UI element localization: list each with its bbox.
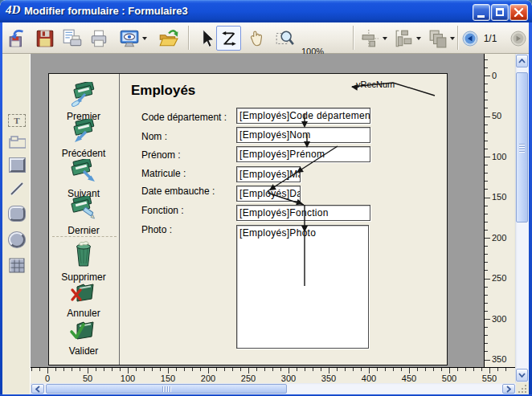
distribute-dropdown-icon[interactable] [416, 37, 421, 40]
horizontal-scrollbar[interactable] [31, 383, 516, 394]
form-button-precedent[interactable]: Précédent [49, 119, 118, 159]
entry-order-icon [219, 29, 239, 48]
line-tool-icon [8, 181, 26, 197]
open-form-icon [158, 28, 178, 49]
horizontal-scrollbar-thumb[interactable] [46, 384, 287, 394]
book-previous-icon [68, 119, 100, 145]
field-matricule[interactable]: [Employés]Matricule [236, 166, 301, 182]
oval-tool-icon [9, 232, 25, 247]
test-form-dropdown-icon[interactable] [142, 37, 147, 40]
field-label[interactable]: Matricule : [141, 168, 186, 179]
app-logo-4d-icon: 4D [6, 3, 22, 19]
field-photo[interactable]: [Employés]Photo [236, 225, 369, 349]
select-tool-button[interactable] [195, 26, 216, 51]
form-separator-line[interactable] [119, 74, 120, 365]
align-dropdown-icon[interactable] [383, 37, 387, 40]
resize-grip[interactable] [516, 383, 529, 394]
maximize-button[interactable] [491, 4, 509, 21]
next-page-icon [510, 31, 526, 47]
form-button-annuler[interactable]: Annuler [49, 279, 118, 319]
toolbar-separator [353, 26, 354, 50]
previous-page-button[interactable] [461, 26, 479, 51]
ruler-label: 350 [492, 354, 506, 364]
field-label[interactable]: Nom : [141, 131, 167, 142]
titlebar[interactable]: 4D Modifier formulaire : Formulaire3 [0, 0, 532, 22]
ruler-label: 450 [401, 374, 417, 383]
duplicate-icon [428, 29, 448, 48]
ruler-label: 300 [492, 314, 506, 324]
page-indicator: 1/1 [481, 26, 500, 51]
tool-oval[interactable] [8, 231, 26, 248]
distribute-icon [395, 29, 414, 48]
save-button[interactable] [33, 26, 57, 51]
align-button[interactable] [358, 26, 389, 51]
field-fonction[interactable]: [Employés]Fonction [236, 205, 370, 221]
vertical-scrollbar-thumb[interactable] [516, 72, 528, 222]
ruler-label: 150 [160, 374, 176, 383]
scroll-up-icon [518, 59, 526, 63]
ruler-label: 300 [280, 374, 297, 383]
next-page-button[interactable] [509, 26, 527, 51]
close-button[interactable] [509, 4, 528, 21]
form-button-dernier[interactable]: Dernier [49, 196, 118, 236]
minimize-icon [477, 15, 485, 18]
print-preview-button[interactable] [59, 26, 86, 51]
save-icon [35, 28, 55, 49]
save-revert-button[interactable] [6, 26, 30, 51]
nav-button-label: Dernier [49, 225, 118, 236]
ruler-label: 0 [39, 374, 55, 383]
scroll-left-button[interactable] [31, 384, 44, 394]
hand-tool-button[interactable] [244, 26, 268, 51]
field-label[interactable]: Date embauche : [141, 186, 215, 197]
form-button-supprimer[interactable]: Supprimer [49, 239, 118, 283]
field-code-departement[interactable]: [Employés]Code département [236, 108, 370, 124]
field-label[interactable]: Fonction : [141, 205, 184, 216]
folder-cancel-icon [68, 279, 100, 304]
field-label[interactable]: Code département : [141, 112, 227, 123]
field-label[interactable]: Photo : [141, 224, 172, 235]
duplicate-button[interactable] [426, 26, 456, 51]
field-label[interactable]: Prénom : [141, 149, 181, 161]
tool-group-box[interactable] [8, 135, 26, 149]
form-button-premier[interactable]: Premier [49, 82, 118, 122]
scroll-right-button[interactable] [502, 384, 515, 394]
ruler-label: 200 [200, 374, 216, 383]
tool-text[interactable]: T [8, 113, 26, 128]
form-button-valider[interactable]: Valider [49, 316, 118, 357]
open-form-button[interactable] [155, 26, 181, 51]
ruler-label: 200 [492, 233, 506, 243]
toolbar-separator [188, 26, 190, 50]
scroll-down-button[interactable] [516, 369, 528, 382]
entry-order-tool-button[interactable] [216, 26, 241, 51]
form-title-object[interactable]: Employés [131, 83, 195, 99]
vertical-scrollbar[interactable] [515, 54, 529, 382]
tool-rectangle[interactable] [8, 157, 26, 173]
toolbar-gap [269, 26, 271, 50]
form-page[interactable]: Premier Précédent [48, 73, 448, 365]
ruler-label: 550 [481, 374, 497, 383]
hand-icon [247, 29, 266, 48]
save-revert-icon [7, 28, 28, 49]
ruler-label: 250 [240, 374, 256, 383]
test-form-button[interactable] [115, 26, 150, 51]
ruler-label: 50 [492, 111, 501, 120]
field-prenom[interactable]: [Employés]Prénom [236, 146, 370, 162]
minimize-button[interactable] [473, 4, 490, 21]
zoom-tool-button[interactable] [272, 26, 297, 51]
print-button[interactable] [86, 26, 112, 51]
field-date-embauche[interactable]: [Employés]Date embauche [236, 186, 301, 202]
magnifier-icon [275, 28, 295, 48]
tool-line[interactable] [8, 181, 26, 197]
ruler-label: 400 [361, 374, 377, 383]
tool-grid[interactable] [8, 256, 26, 274]
ruler-label: 50 [80, 374, 96, 383]
form-button-suivant[interactable]: Suivant [49, 159, 118, 199]
scroll-right-icon [506, 386, 511, 393]
variable-object-vrecnum[interactable]: vRecNum [356, 80, 395, 89]
duplicate-dropdown-icon[interactable] [450, 37, 455, 40]
field-nom[interactable]: [Employés]Nom [236, 127, 370, 143]
tool-rounded-rectangle[interactable] [8, 205, 26, 222]
distribute-button[interactable] [392, 26, 423, 51]
thumb-grip [517, 73, 527, 222]
scroll-up-button[interactable] [516, 55, 528, 67]
